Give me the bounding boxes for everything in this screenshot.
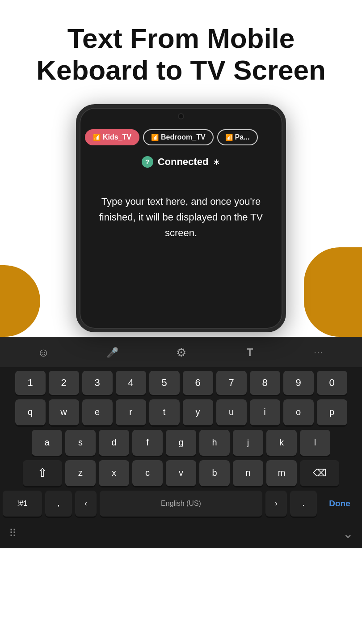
wifi-icon-pa: 📶 (225, 134, 233, 141)
typing-area[interactable]: Type your text here, and once you're fin… (80, 171, 282, 250)
row-asdf: a s d f g h j k l (3, 430, 359, 456)
key-e[interactable]: e (82, 399, 113, 425)
period-key[interactable]: . (290, 491, 317, 517)
connected-label: Connected (158, 156, 209, 168)
key-r[interactable]: r (116, 399, 146, 425)
key-z[interactable]: z (65, 460, 96, 486)
keyboard-hide-button[interactable]: ⌄ (343, 526, 353, 541)
key-8[interactable]: 8 (250, 371, 280, 395)
tv-tab-pa-label: Pa... (235, 133, 250, 141)
bluetooth-icon: ∗ (213, 157, 220, 167)
orange-decoration-left (0, 265, 40, 337)
key-y[interactable]: y (183, 399, 213, 425)
key-1[interactable]: 1 (15, 371, 46, 395)
mic-icon: 🎤 (106, 347, 118, 359)
row-zxcv: ⇧ z x c v b n m ⌫ (3, 460, 359, 486)
number-row: 1 2 3 4 5 6 7 8 9 0 (3, 371, 359, 395)
space-label: English (US) (161, 500, 201, 508)
shift-icon: ⇧ (38, 466, 47, 480)
done-label: Done (329, 499, 350, 508)
left-arrow-icon: ‹ (84, 499, 87, 508)
key-7[interactable]: 7 (216, 371, 247, 395)
font-button[interactable]: Ꭲ (240, 343, 260, 363)
keyboard-hide-icon: ⌄ (343, 527, 353, 541)
key-a[interactable]: a (32, 430, 62, 456)
key-t[interactable]: t (149, 399, 180, 425)
tv-tab-bedroom-label: Bedroom_TV (161, 133, 206, 141)
phone-camera (178, 113, 184, 119)
shift-key[interactable]: ⇧ (23, 460, 62, 486)
comma-label: , (57, 499, 59, 508)
right-arrow-key[interactable]: › (265, 491, 287, 517)
symbols-label: !#1 (17, 499, 28, 508)
tv-tab-kids[interactable]: 📶 Kids_TV (85, 129, 139, 145)
key-b[interactable]: b (199, 460, 230, 486)
key-k[interactable]: k (266, 430, 297, 456)
left-arrow-key[interactable]: ‹ (75, 491, 97, 517)
font-icon: Ꭲ (247, 347, 253, 359)
key-s[interactable]: s (65, 430, 96, 456)
emoji-icon: ☺ (38, 346, 50, 360)
keyboard-switcher-icon: ⠿ (9, 527, 17, 539)
settings-icon: ⚙ (176, 346, 186, 360)
more-button[interactable]: ··· (309, 343, 328, 363)
key-v[interactable]: v (166, 460, 196, 486)
phone-area: 📶 Kids_TV 📶 Bedroom_TV 📶 Pa... ? Connect… (0, 104, 362, 337)
mic-button[interactable]: 🎤 (102, 343, 122, 363)
keyboard: 1 2 3 4 5 6 7 8 9 0 q w e r t y u i o p … (0, 367, 362, 517)
key-l[interactable]: l (300, 430, 330, 456)
key-q[interactable]: q (15, 399, 46, 425)
wifi-icon-kids: 📶 (93, 134, 101, 141)
tv-tab-pa[interactable]: 📶 Pa... (217, 129, 258, 145)
key-3[interactable]: 3 (82, 371, 113, 395)
key-x[interactable]: x (99, 460, 129, 486)
symbols-key[interactable]: !#1 (3, 491, 42, 517)
key-9[interactable]: 9 (283, 371, 314, 395)
right-arrow-icon: › (275, 499, 278, 508)
header: Text From Mobile Keboard to TV Screen (0, 0, 362, 100)
orange-decoration-right (304, 247, 362, 337)
tv-tab-bedroom[interactable]: 📶 Bedroom_TV (143, 129, 214, 145)
key-5[interactable]: 5 (149, 371, 180, 395)
keyboard-container: ☺ 🎤 ⚙ Ꭲ ··· 1 2 3 4 5 6 7 8 9 0 (0, 337, 362, 548)
key-h[interactable]: h (199, 430, 230, 456)
key-i[interactable]: i (250, 399, 280, 425)
key-j[interactable]: j (233, 430, 263, 456)
connected-icon: ? (142, 156, 153, 168)
backspace-icon: ⌫ (313, 467, 327, 479)
key-n[interactable]: n (233, 460, 263, 486)
done-key[interactable]: Done (320, 491, 359, 517)
tv-tab-kids-label: Kids_TV (103, 133, 131, 141)
keyboard-bottom-bar: ⠿ ⌄ (0, 522, 362, 548)
more-icon: ··· (314, 348, 323, 357)
comma-key[interactable]: , (45, 491, 72, 517)
wifi-icon-bedroom: 📶 (151, 134, 159, 141)
connected-dot-label: ? (145, 158, 149, 165)
space-key[interactable]: English (US) (100, 491, 262, 517)
page-title: Text From Mobile Keboard to TV Screen (27, 22, 335, 86)
key-f[interactable]: f (132, 430, 163, 456)
key-p[interactable]: p (317, 399, 347, 425)
connected-row: ? Connected ∗ (80, 151, 282, 171)
backspace-key[interactable]: ⌫ (300, 460, 339, 486)
keyboard-toolbar: ☺ 🎤 ⚙ Ꭲ ··· (0, 337, 362, 367)
key-4[interactable]: 4 (116, 371, 146, 395)
row-bottom: !#1 , ‹ English (US) › . Done (3, 491, 359, 517)
period-label: . (302, 499, 304, 508)
key-d[interactable]: d (99, 430, 129, 456)
key-2[interactable]: 2 (49, 371, 79, 395)
key-o[interactable]: o (283, 399, 314, 425)
emoji-button[interactable]: ☺ (34, 343, 53, 363)
key-0[interactable]: 0 (317, 371, 347, 395)
key-u[interactable]: u (216, 399, 247, 425)
phone-mockup: 📶 Kids_TV 📶 Bedroom_TV 📶 Pa... ? Connect… (76, 104, 286, 332)
key-c[interactable]: c (132, 460, 163, 486)
key-6[interactable]: 6 (183, 371, 213, 395)
key-w[interactable]: w (49, 399, 79, 425)
key-m[interactable]: m (266, 460, 297, 486)
key-g[interactable]: g (166, 430, 196, 456)
typing-placeholder: Type your text here, and once you're fin… (93, 194, 269, 241)
row-qwerty: q w e r t y u i o p (3, 399, 359, 425)
settings-button[interactable]: ⚙ (171, 343, 191, 363)
keyboard-switcher-button[interactable]: ⠿ (9, 527, 17, 540)
